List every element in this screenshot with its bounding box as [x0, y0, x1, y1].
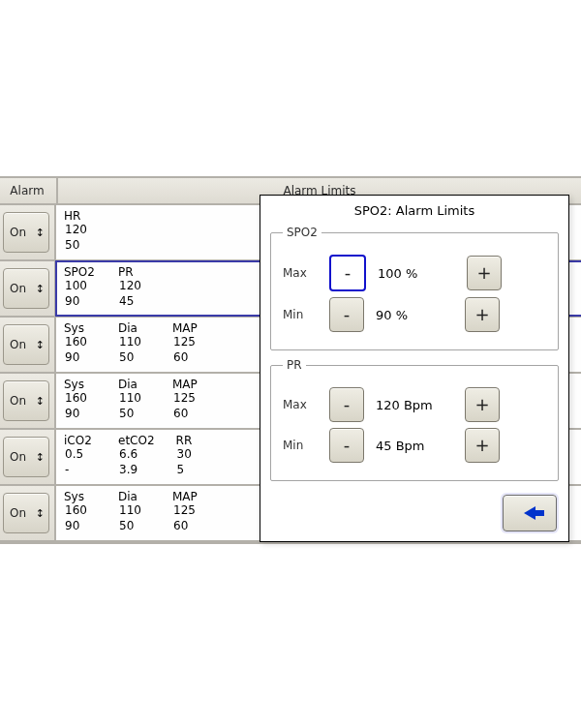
- value-label: Dia: [118, 490, 151, 503]
- value-label: MAP: [172, 490, 205, 503]
- value-min: 50: [118, 350, 151, 366]
- adjust-label: Min: [283, 439, 318, 452]
- value-label: etCO2: [118, 434, 155, 447]
- value-label: MAP: [172, 321, 205, 335]
- values-grid: Sys16090Dia11050MAP12560: [64, 378, 205, 421]
- value-max: 0.5: [64, 447, 97, 463]
- decrement-button[interactable]: -: [329, 255, 366, 291]
- value-column: PR12045: [118, 265, 151, 309]
- header-alarm: Alarm: [0, 178, 58, 203]
- value-max: 160: [64, 391, 97, 407]
- value-label: MAP: [172, 378, 205, 391]
- adjust-label: Min: [283, 308, 318, 321]
- value-min: 90: [64, 294, 97, 310]
- value-label: Dia: [118, 321, 151, 335]
- adjust-row: Min-90 %+: [283, 297, 546, 332]
- alarm-cell: On↕: [0, 261, 56, 316]
- value-column: HR12050: [64, 209, 97, 253]
- decrement-button[interactable]: -: [329, 297, 364, 332]
- alarm-toggle-button[interactable]: On↕: [3, 437, 49, 477]
- value-min: 60: [172, 407, 205, 422]
- back-button[interactable]: [503, 495, 557, 531]
- increment-button[interactable]: +: [467, 256, 502, 290]
- value-max: 125: [172, 335, 205, 350]
- alarm-toggle-label: On: [10, 338, 26, 351]
- value-label: Sys: [64, 378, 97, 391]
- spinner-icon: ↕: [36, 396, 45, 407]
- value-min: 45: [118, 294, 151, 310]
- adjust-label: Max: [283, 398, 318, 411]
- alarm-toggle-label: On: [10, 450, 26, 464]
- value-column: etCO26.63.9: [118, 434, 155, 477]
- value-column: SPO210090: [64, 265, 97, 309]
- value-column: Sys16090: [64, 490, 97, 533]
- values-grid: iCO20.5-etCO26.63.9RR305: [64, 434, 209, 477]
- value-max: 120: [64, 223, 97, 238]
- value-column: MAP12560: [172, 490, 205, 533]
- dialog-group: PRMax-120 Bpm+Min-45 Bpm+: [270, 358, 559, 481]
- value-label: Sys: [64, 321, 97, 335]
- spinner-icon: ↕: [36, 452, 45, 463]
- value-max: 6.6: [118, 447, 155, 463]
- arrow-left-icon: [524, 506, 535, 520]
- value-column: Dia11050: [118, 378, 151, 421]
- alarm-cell: On↕: [0, 430, 56, 484]
- alarm-toggle-label: On: [10, 226, 26, 239]
- adjust-row: Max-120 Bpm+: [283, 387, 546, 422]
- value-max: 120: [118, 279, 151, 294]
- alarm-toggle-label: On: [10, 282, 26, 295]
- alarm-cell: On↕: [0, 318, 56, 372]
- increment-button[interactable]: +: [465, 387, 500, 422]
- dialog-title: SPO2: Alarm Limits: [270, 203, 559, 218]
- value-min: 5: [176, 463, 209, 478]
- increment-button[interactable]: +: [465, 428, 500, 463]
- value-column: Sys16090: [64, 378, 97, 421]
- alarm-cell: On↕: [0, 374, 56, 428]
- decrement-button[interactable]: -: [329, 387, 364, 422]
- value-column: Dia11050: [118, 321, 151, 365]
- alarm-cell: On↕: [0, 486, 56, 540]
- increment-button[interactable]: +: [465, 297, 500, 332]
- alarm-toggle-button[interactable]: On↕: [3, 380, 49, 421]
- alarm-toggle-button[interactable]: On↕: [3, 212, 49, 253]
- alarm-toggle-button[interactable]: On↕: [3, 268, 49, 309]
- value-label: Sys: [64, 490, 97, 503]
- spinner-icon: ↕: [36, 228, 45, 238]
- value-label: HR: [64, 209, 97, 223]
- value-label: SPO2: [64, 265, 97, 279]
- values-grid: Sys16090Dia11050MAP12560: [64, 490, 205, 533]
- spinner-icon: ↕: [36, 284, 45, 294]
- alarm-toggle-button[interactable]: On↕: [3, 493, 49, 533]
- adjust-value: 100 %: [378, 266, 455, 281]
- value-label: Dia: [118, 378, 151, 391]
- value-max: 110: [118, 335, 151, 350]
- alarm-limits-dialog: SPO2: Alarm Limits SPO2Max-100 %+Min-90 …: [260, 195, 569, 542]
- decrement-button[interactable]: -: [329, 428, 364, 463]
- value-column: Sys16090: [64, 321, 97, 365]
- value-min: 60: [172, 519, 205, 534]
- value-min: 90: [64, 350, 97, 366]
- adjust-value: 90 %: [376, 308, 453, 322]
- alarm-cell: On↕: [0, 205, 56, 259]
- value-min: 3.9: [118, 463, 155, 478]
- value-label: PR: [118, 265, 151, 279]
- adjust-value: 45 Bpm: [376, 439, 453, 453]
- group-legend: PR: [283, 358, 306, 372]
- spinner-icon: ↕: [36, 508, 45, 519]
- value-column: Dia11050: [118, 490, 151, 533]
- group-legend: SPO2: [283, 226, 321, 239]
- adjust-row: Min-45 Bpm+: [283, 428, 546, 463]
- value-column: MAP12560: [172, 321, 205, 365]
- value-max: 125: [172, 503, 205, 519]
- value-min: 90: [64, 519, 97, 534]
- dialog-group: SPO2Max-100 %+Min-90 %+: [270, 226, 559, 350]
- value-max: 110: [118, 503, 151, 519]
- value-column: RR305: [176, 434, 209, 477]
- value-min: 50: [118, 519, 151, 534]
- adjust-value: 120 Bpm: [376, 398, 453, 412]
- value-min: 50: [64, 238, 97, 254]
- value-max: 160: [64, 503, 97, 519]
- adjust-label: Max: [283, 266, 318, 280]
- alarm-toggle-button[interactable]: On↕: [3, 324, 49, 365]
- value-label: iCO2: [64, 434, 97, 447]
